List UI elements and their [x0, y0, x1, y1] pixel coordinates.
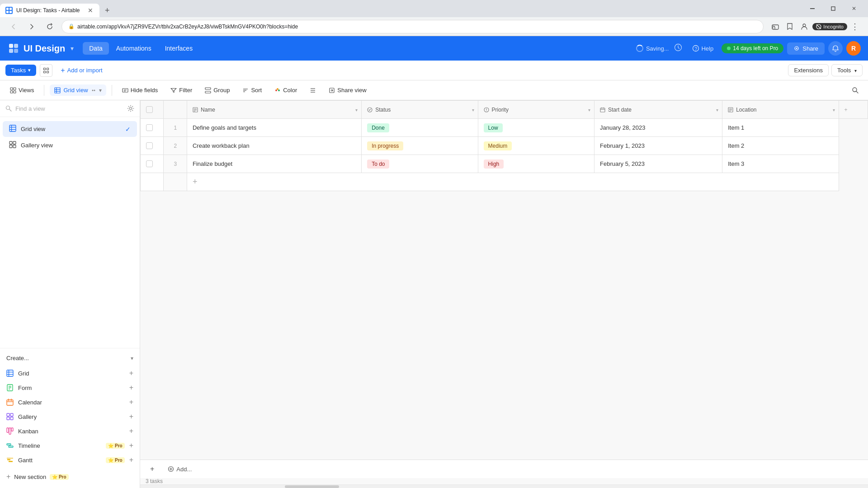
add-row-plus-icon[interactable]: + — [193, 177, 198, 186]
views-button[interactable]: Views — [5, 84, 38, 96]
tasks-tab-dropdown-icon[interactable]: ▾ — [28, 67, 31, 73]
sidebar-item-grid-view[interactable]: Grid view ✓ — [3, 121, 137, 137]
cast-button[interactable] — [769, 20, 782, 33]
select-all-checkbox[interactable] — [146, 106, 153, 113]
scrollbar-track[interactable] — [140, 484, 868, 488]
create-calendar-plus[interactable]: + — [129, 398, 133, 406]
priority-header[interactable]: Priority ▾ — [478, 101, 594, 119]
name-col-dropdown[interactable]: ▾ — [355, 107, 358, 112]
nav-interfaces[interactable]: Interfaces — [159, 42, 199, 55]
create-form[interactable]: Form + — [0, 380, 140, 395]
filter-button[interactable]: Filter — [166, 84, 197, 96]
grid-view-button[interactable]: Grid view ▾ — [50, 84, 106, 96]
add-row-button[interactable]: + — [146, 463, 159, 475]
nav-data[interactable]: Data — [83, 42, 109, 55]
history-button[interactable] — [672, 42, 684, 55]
pro-badge[interactable]: 14 days left on Pro — [722, 43, 783, 53]
add-row-cell[interactable]: + — [187, 173, 839, 191]
hide-fields-button[interactable]: Hide fields — [118, 84, 163, 96]
address-bar[interactable]: 🔒 airtable.com/appVkvA7jZR9VEZVr/tblv2xa… — [61, 20, 764, 33]
refresh-button[interactable] — [43, 20, 56, 33]
create-kanban[interactable]: Kanban + — [0, 424, 140, 438]
create-gallery-plus[interactable]: + — [129, 413, 133, 421]
create-kanban-plus[interactable]: + — [129, 427, 133, 435]
add-import-button[interactable]: + Add or import — [56, 64, 107, 77]
sidebar-settings-icon[interactable] — [127, 105, 134, 112]
create-form-plus[interactable]: + — [129, 384, 133, 392]
nav-automations[interactable]: Automations — [110, 42, 158, 55]
create-calendar[interactable]: Calendar + — [0, 395, 140, 409]
create-timeline[interactable]: Timeline ⭐ Pro + — [0, 438, 140, 453]
svg-rect-21 — [44, 71, 46, 73]
color-button[interactable]: Color — [270, 84, 302, 96]
row1-status-badge[interactable]: Done — [367, 123, 389, 132]
row1-name[interactable]: Define goals and targets — [187, 119, 361, 137]
expand-button[interactable] — [40, 64, 52, 77]
row2-checkbox[interactable] — [146, 142, 153, 149]
row1-date[interactable]: January 28, 2023 — [594, 119, 722, 137]
create-header[interactable]: Create... ▾ — [0, 352, 140, 364]
name-header[interactable]: Name ▾ — [187, 101, 361, 119]
back-button[interactable] — [7, 20, 20, 33]
bookmark-button[interactable] — [783, 20, 796, 33]
profile-button[interactable] — [798, 20, 811, 33]
tools-label: Tools — [837, 67, 851, 74]
row1-priority-badge[interactable]: Low — [484, 123, 503, 132]
location-header[interactable]: Location ▾ — [722, 101, 839, 119]
tab-close-button[interactable]: ✕ — [87, 7, 94, 14]
create-gantt-plus[interactable]: + — [129, 456, 133, 464]
row2-name[interactable]: Create workback plan — [187, 137, 361, 155]
row1-location[interactable]: Item 1 — [722, 119, 839, 137]
row1-checkbox[interactable] — [146, 124, 153, 131]
priority-col-dropdown[interactable]: ▾ — [588, 107, 590, 112]
status-col-dropdown[interactable]: ▾ — [472, 107, 474, 112]
forward-button[interactable] — [25, 20, 38, 33]
saving-spinner — [636, 45, 643, 52]
sidebar-search-input[interactable] — [15, 105, 123, 112]
extensions-button[interactable]: Extensions — [788, 64, 829, 76]
maximize-button[interactable] — [823, 0, 844, 17]
create-gallery[interactable]: Gallery + — [0, 409, 140, 424]
user-avatar[interactable]: R — [846, 41, 861, 56]
create-gantt[interactable]: Gantt ⭐ Pro + — [0, 453, 140, 467]
share-button[interactable]: Share — [787, 42, 825, 55]
tasks-tab[interactable]: Tasks ▾ — [5, 65, 36, 76]
row3-date[interactable]: February 5, 2023 — [594, 155, 722, 173]
notification-button[interactable] — [828, 41, 843, 56]
browser-menu-button[interactable]: ⋮ — [849, 22, 861, 32]
row2-priority-badge[interactable]: Medium — [484, 141, 512, 150]
location-col-dropdown[interactable]: ▾ — [833, 107, 835, 112]
svg-rect-80 — [7, 444, 11, 445]
create-timeline-plus[interactable]: + — [129, 441, 133, 450]
sidebar-item-gallery-view[interactable]: Gallery view — [3, 137, 137, 153]
row3-location[interactable]: Item 3 — [722, 155, 839, 173]
date-col-dropdown[interactable]: ▾ — [716, 107, 718, 112]
create-grid-plus[interactable]: + — [129, 369, 133, 377]
row2-status-badge[interactable]: In progress — [367, 141, 403, 150]
search-button[interactable] — [848, 83, 863, 98]
close-window-button[interactable]: ✕ — [844, 0, 864, 17]
row3-status-badge[interactable]: To do — [367, 160, 389, 169]
create-grid[interactable]: Grid + — [0, 366, 140, 380]
scrollbar-thumb[interactable] — [285, 485, 339, 488]
tools-button[interactable]: Tools ▾ — [831, 64, 863, 76]
active-tab[interactable]: UI Design: Tasks - Airtable ✕ — [0, 4, 99, 17]
group-button[interactable]: Group — [200, 84, 234, 96]
row3-priority-badge[interactable]: High — [484, 160, 504, 169]
new-tab-button[interactable]: + — [101, 4, 113, 17]
row3-name[interactable]: Finalize budget — [187, 155, 361, 173]
start-date-header[interactable]: Start date ▾ — [594, 101, 722, 119]
row-height-button[interactable] — [305, 85, 321, 96]
row2-date[interactable]: February 1, 2023 — [594, 137, 722, 155]
app-name-dropdown-icon[interactable]: ▾ — [71, 45, 74, 52]
share-view-button[interactable]: Share view — [324, 84, 371, 96]
sort-button[interactable]: Sort — [238, 84, 266, 96]
status-header[interactable]: Status ▾ — [362, 101, 478, 119]
minimize-button[interactable] — [802, 0, 823, 17]
add-fields-button[interactable]: Add... — [163, 464, 196, 475]
new-section-row[interactable]: + New section ⭐ Pro — [0, 469, 140, 484]
add-col-header[interactable]: + — [839, 101, 868, 119]
help-button[interactable]: ? Help — [688, 42, 718, 55]
row2-location[interactable]: Item 2 — [722, 137, 839, 155]
row3-checkbox[interactable] — [146, 160, 153, 167]
